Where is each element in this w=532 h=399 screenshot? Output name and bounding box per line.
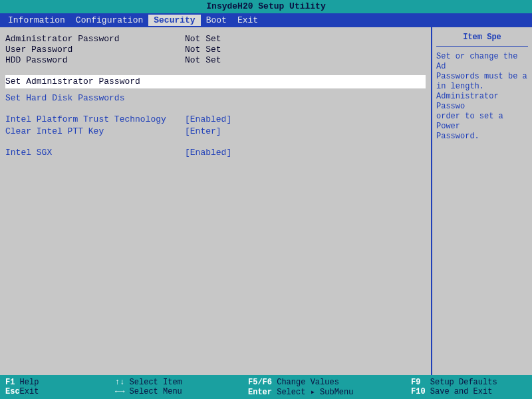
title-bar: InsydeH20 Setup Utility	[0, 0, 532, 13]
menu-security[interactable]: Security	[148, 15, 200, 26]
key-f9: F9	[411, 378, 420, 387]
footer-col-2: ↑↓ Select Item ←→ Select Menu	[110, 375, 243, 399]
menu-exit[interactable]: Exit	[232, 15, 263, 26]
menu-boot[interactable]: Boot	[201, 15, 232, 26]
footer-setup-defaults: F9 Setup Defaults	[411, 378, 527, 387]
footer-exit: EscExit	[5, 387, 104, 396]
key-esc: Esc	[5, 387, 20, 396]
footer-col-3: F5/F6 Change Values Enter Select ▸ SubMe…	[243, 375, 406, 399]
body: Administrator Password Not Set User Pass…	[0, 27, 532, 375]
status-label: User Password	[5, 45, 185, 55]
status-user-password: User Password Not Set	[5, 45, 426, 55]
option-label: Set Hard Disk Passwords	[5, 92, 185, 104]
footer-col-4: F9 Setup Defaults F10 Save and Exit	[406, 375, 532, 399]
footer-select-item: ↑↓ Select Item	[115, 378, 237, 387]
key-updown: ↑↓	[115, 378, 124, 387]
option-label: Intel SGX	[5, 147, 185, 159]
footer-bar: F1 Help EscExit ↑↓ Select Item ←→ Select…	[0, 375, 532, 399]
menu-bar: Information Configuration Security Boot …	[0, 13, 532, 27]
key-enter: Enter	[248, 388, 272, 397]
option-label: Clear Intel PTT Key	[5, 126, 185, 138]
menu-information[interactable]: Information	[3, 15, 70, 26]
status-hdd-password: HDD Password Not Set	[5, 55, 426, 66]
option-value: [Enabled]	[185, 114, 231, 126]
footer-change-values: F5/F6 Change Values	[248, 378, 400, 387]
footer-col-1: F1 Help EscExit	[0, 375, 110, 399]
status-admin-password: Administrator Password Not Set	[5, 34, 426, 45]
status-value: Not Set	[185, 55, 221, 66]
option-clear-ptt-key[interactable]: Clear Intel PTT Key [Enter]	[5, 126, 426, 138]
help-pane: Item Spe Set or change the Ad Passwords …	[432, 27, 532, 375]
option-label: Intel Platform Trust Technology	[5, 114, 185, 126]
status-value: Not Set	[185, 34, 221, 45]
footer-save-exit: F10 Save and Exit	[411, 387, 527, 396]
action-set-admin-password[interactable]: Set Administrator Password	[5, 75, 426, 88]
main-pane: Administrator Password Not Set User Pass…	[0, 27, 432, 375]
option-intel-ptt[interactable]: Intel Platform Trust Technology [Enabled…	[5, 114, 426, 126]
status-label: Administrator Password	[5, 34, 185, 45]
action-set-hdd-passwords[interactable]: Set Hard Disk Passwords	[5, 92, 426, 104]
bios-screen: InsydeH20 Setup Utility Information Conf…	[0, 0, 532, 399]
option-label: Set Administrator Password	[5, 76, 185, 88]
menu-configuration[interactable]: Configuration	[70, 15, 148, 26]
key-f1: F1	[5, 378, 15, 387]
footer-select-menu: ←→ Select Menu	[115, 387, 237, 396]
status-value: Not Set	[185, 45, 221, 55]
footer-select-submenu: Enter Select ▸ SubMenu	[248, 387, 400, 397]
key-f5f6: F5/F6	[248, 378, 272, 387]
help-body: Set or change the Ad Passwords must be a…	[436, 52, 528, 142]
key-leftright: ←→	[115, 387, 124, 396]
status-label: HDD Password	[5, 55, 185, 66]
utility-title: InsydeH20 Setup Utility	[206, 1, 325, 11]
footer-help: F1 Help	[5, 378, 104, 387]
option-value: [Enter]	[185, 126, 221, 138]
option-value: [Enabled]	[185, 147, 231, 159]
option-intel-sgx[interactable]: Intel SGX [Enabled]	[5, 147, 426, 159]
help-title: Item Spe	[436, 33, 528, 47]
key-f10: F10	[411, 387, 426, 396]
